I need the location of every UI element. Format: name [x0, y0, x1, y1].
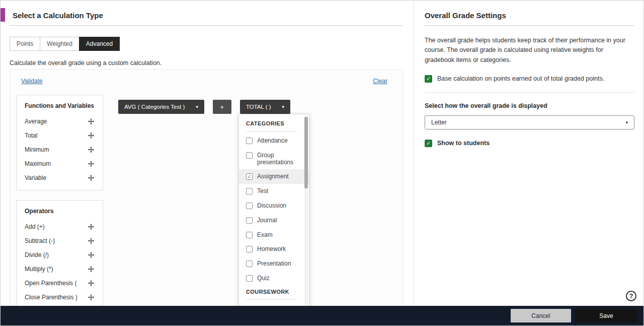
settings-section-divider [425, 92, 634, 93]
accent-bar [1, 8, 5, 22]
grade-display-select[interactable]: Letter ▾ [425, 115, 634, 129]
help-icon[interactable]: ? [626, 291, 636, 301]
operator-label: Divide (/) [25, 251, 49, 258]
display-mode-label: Select how the overall grade is displaye… [425, 102, 634, 109]
option-label: Quiz [257, 275, 270, 282]
move-icon [88, 223, 95, 230]
move-icon [88, 294, 95, 301]
category-option-group-presentations[interactable]: Group presentations [239, 148, 309, 170]
move-icon [88, 237, 95, 244]
checkbox[interactable] [246, 152, 253, 159]
move-icon [88, 266, 95, 273]
option-label: Group presentations [257, 152, 302, 166]
operator-item-multiply[interactable]: Multiply (*) [25, 262, 95, 276]
category-option-test[interactable]: Test [239, 184, 309, 199]
checkbox[interactable] [246, 232, 253, 238]
checkbox[interactable] [246, 173, 253, 180]
save-button[interactable]: Save [575, 309, 637, 322]
calculation-type-tabs: Points Weighted Advanced [10, 37, 413, 51]
category-option-assignment[interactable]: Assignment [239, 169, 309, 184]
option-label: Homework [257, 245, 286, 253]
move-icon [88, 118, 95, 125]
checkbox[interactable] [246, 217, 253, 224]
checkbox[interactable] [246, 275, 253, 282]
checkbox[interactable] [246, 260, 253, 267]
category-option-discussion[interactable]: Discussion [239, 199, 309, 213]
function-label: Maximum [25, 160, 51, 167]
function-item-average[interactable]: Average [25, 114, 95, 128]
total-chip[interactable]: TOTAL ( ) ▾ [240, 100, 290, 114]
function-item-variable[interactable]: Variable [25, 171, 95, 185]
option-label: Assignment [257, 173, 289, 180]
avg-categories-chip[interactable]: AVG ( Categories Test ) ▾ [118, 100, 204, 114]
cancel-button[interactable]: Cancel [511, 309, 571, 322]
option-label: Test [257, 187, 268, 195]
option-label: Attendance [257, 137, 288, 145]
category-option-exam[interactable]: Exam [239, 228, 309, 242]
validate-link[interactable]: Validate [21, 78, 42, 85]
operator-item-subtract[interactable]: Subtract (-) [25, 234, 95, 248]
settings-title: Overall Grade Settings [425, 11, 624, 20]
content-area: Select a Calculation Type Points Weighte… [1, 1, 643, 307]
base-points-row: Base calculation on points earned out of… [425, 75, 634, 83]
function-item-maximum[interactable]: Maximum [25, 157, 95, 171]
show-to-students-checkbox[interactable] [425, 140, 432, 147]
functions-title: Functions and Variables [25, 102, 95, 109]
option-label: Journal [257, 217, 277, 224]
chip-label: AVG ( Categories Test ) [124, 104, 185, 110]
category-option-homework[interactable]: Homework [239, 242, 309, 256]
total-categories-dropdown: CATEGORIES Attendance Group presentation… [238, 114, 309, 306]
checkbox[interactable] [246, 203, 253, 209]
operator-label: Open Parenthesis ( [25, 280, 76, 287]
category-option-journal[interactable]: Journal [239, 213, 309, 228]
plus-operator-chip[interactable]: + [213, 100, 231, 114]
calculation-type-panel: Select a Calculation Type Points Weighte… [1, 1, 414, 307]
title-divider [10, 25, 403, 26]
operator-label: Multiply (*) [25, 266, 53, 273]
move-icon [88, 251, 95, 258]
categories-section-header: CATEGORIES [246, 120, 297, 132]
functions-variables-box: Functions and Variables Average Total Mi… [16, 95, 103, 190]
tab-weighted[interactable]: Weighted [40, 37, 79, 51]
move-icon [88, 280, 95, 287]
dropdown-scrollbar-thumb[interactable] [304, 117, 308, 188]
function-label: Average [25, 118, 47, 125]
function-label: Minimum [25, 146, 49, 153]
function-item-minimum[interactable]: Minimum [25, 143, 95, 157]
operator-label: Add (+) [25, 223, 45, 230]
settings-description: The overall grade helps students keep tr… [425, 36, 634, 65]
expression-chips: AVG ( Categories Test ) ▾ + TOTAL ( ) ▾ [118, 100, 290, 114]
checkbox[interactable] [246, 188, 253, 194]
move-icon [88, 174, 95, 181]
chevron-down-icon: ▾ [282, 105, 285, 109]
tab-advanced[interactable]: Advanced [79, 37, 120, 51]
chevron-down-icon: ▾ [625, 120, 628, 125]
operator-item-open-paren[interactable]: Open Parenthesis ( [25, 276, 95, 290]
checkbox[interactable] [246, 138, 253, 144]
function-item-total[interactable]: Total [25, 128, 95, 143]
move-icon [88, 132, 95, 139]
category-option-attendance[interactable]: Attendance [239, 134, 309, 148]
page-title: Select a Calculation Type [13, 11, 403, 20]
category-option-quiz[interactable]: Quiz [239, 271, 309, 286]
operators-title: Operators [25, 208, 95, 215]
operator-item-add[interactable]: Add (+) [25, 220, 95, 234]
tab-points[interactable]: Points [10, 37, 40, 51]
clear-link[interactable]: Clear [373, 78, 387, 85]
calculation-description: Calculate the overall grade using a cust… [10, 59, 413, 67]
show-to-students-row: Show to students [425, 139, 634, 147]
option-label: Discussion [257, 202, 286, 210]
move-icon [88, 146, 95, 153]
calculation-toolbar: Validate Clear [10, 70, 403, 85]
overall-grade-settings-panel: Overall Grade Settings The overall grade… [414, 1, 643, 307]
base-points-checkbox[interactable] [425, 75, 432, 83]
footer-action-bar: Cancel Save [1, 306, 643, 325]
function-label: Total [25, 132, 37, 139]
checkbox[interactable] [246, 246, 253, 252]
operator-item-divide[interactable]: Divide (/) [25, 248, 95, 262]
gradebook-settings-page: Select a Calculation Type Points Weighte… [0, 0, 644, 326]
category-option-presentation[interactable]: Presentation [239, 256, 309, 271]
move-icon [88, 160, 95, 167]
operator-label: Subtract (-) [25, 237, 55, 244]
operator-item-close-paren[interactable]: Close Parenthesis ) [25, 290, 95, 304]
